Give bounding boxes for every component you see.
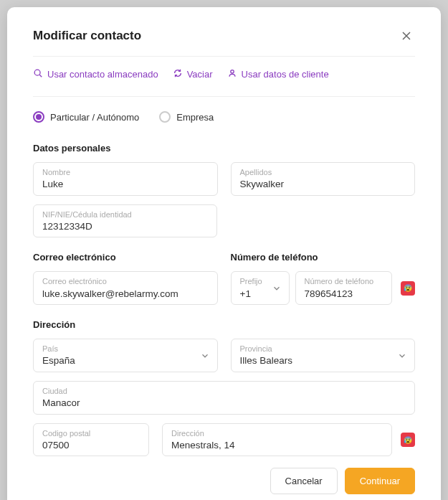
prefix-value: +1 (240, 288, 267, 301)
nif-input[interactable] (42, 220, 208, 233)
email-field[interactable]: Correo electrónico (33, 271, 218, 305)
postal-input[interactable] (42, 439, 140, 452)
radio-icon (33, 111, 44, 123)
section-title: Dirección (33, 319, 415, 330)
cancel-button[interactable]: Cancelar (270, 468, 338, 494)
use-stored-contact-link[interactable]: Usar contacto almacenado (33, 68, 158, 80)
prefix-field[interactable]: Prefijo +1 (231, 271, 290, 305)
radio-individual[interactable]: Particular / Autónomo (33, 111, 139, 123)
modal-header: Modificar contacto (33, 27, 415, 57)
street-input[interactable] (171, 439, 383, 452)
province-value: Illes Balears (240, 354, 394, 367)
chevron-down-icon (200, 351, 210, 361)
name-input[interactable] (42, 178, 209, 191)
use-client-data-link[interactable]: Usar datos de cliente (227, 68, 329, 80)
action-label: Vaciar (187, 69, 213, 80)
field-label: Apellidos (240, 168, 406, 177)
field-label: Nombre (42, 168, 209, 177)
refresh-icon (173, 68, 183, 80)
search-icon (33, 68, 43, 80)
radio-company[interactable]: Empresa (159, 111, 214, 123)
radio-label: Particular / Autónomo (50, 112, 139, 123)
phone-field[interactable]: Número de teléfono (295, 271, 393, 305)
address-status-icon[interactable]: 😰 (401, 433, 415, 447)
country-field[interactable]: País España (33, 339, 218, 372)
field-label: Número de teléfono (305, 277, 383, 286)
city-field[interactable]: Ciudad (33, 381, 415, 415)
action-label: Usar datos de cliente (242, 69, 329, 80)
personal-data-section: Datos personales Nombre Apellidos NIF/NI… (33, 143, 415, 237)
radio-label: Empresa (176, 112, 214, 123)
phone-input[interactable] (305, 288, 383, 301)
field-label: Correo electrónico (42, 277, 209, 286)
edit-contact-modal: Modificar contacto Usar contacto almacen… (7, 7, 441, 500)
svg-point-0 (34, 70, 40, 75)
field-label: Codigo postal (42, 429, 140, 438)
field-label: Dirección (171, 429, 383, 438)
svg-point-1 (230, 70, 233, 73)
country-value: España (42, 354, 196, 367)
city-input[interactable] (42, 397, 406, 410)
field-label: País (42, 344, 196, 354)
modal-title: Modificar contacto (33, 29, 141, 43)
close-icon (401, 30, 412, 42)
continue-button[interactable]: Continuar (345, 468, 415, 494)
close-button[interactable] (398, 27, 415, 44)
surname-input[interactable] (240, 178, 406, 191)
radio-icon (159, 111, 171, 123)
contact-type-radios: Particular / Autónomo Empresa (33, 97, 415, 143)
field-label: Provincia (240, 344, 394, 354)
email-input[interactable] (42, 288, 209, 301)
user-icon (227, 68, 237, 80)
postal-field[interactable]: Codigo postal (33, 423, 149, 457)
section-title: Número de teléfono (231, 252, 416, 263)
field-label: Prefijo (240, 277, 267, 286)
surname-field[interactable]: Apellidos (231, 162, 416, 196)
action-label: Usar contacto almacenado (47, 69, 158, 80)
street-field[interactable]: Dirección (162, 423, 392, 457)
contact-section: Correo electrónico Correo electrónico Nú… (33, 252, 415, 305)
field-label: NIF/NIE/Cédula identidad (42, 210, 208, 220)
action-bar: Usar contacto almacenado Vaciar Usar dat… (33, 57, 415, 97)
address-section: Dirección País España Provincia Illes Ba… (33, 319, 415, 456)
section-title: Datos personales (33, 143, 415, 154)
empty-link[interactable]: Vaciar (173, 68, 213, 80)
nif-field[interactable]: NIF/NIE/Cédula identidad (33, 204, 217, 238)
chevron-down-icon (272, 283, 282, 293)
province-field[interactable]: Provincia Illes Balears (231, 339, 416, 372)
name-field[interactable]: Nombre (33, 162, 218, 196)
phone-status-icon[interactable]: 😰 (401, 281, 415, 296)
section-title: Correo electrónico (33, 252, 218, 263)
chevron-down-icon (397, 351, 407, 361)
field-label: Ciudad (42, 387, 406, 396)
modal-footer: Cancelar Continuar (33, 468, 415, 494)
